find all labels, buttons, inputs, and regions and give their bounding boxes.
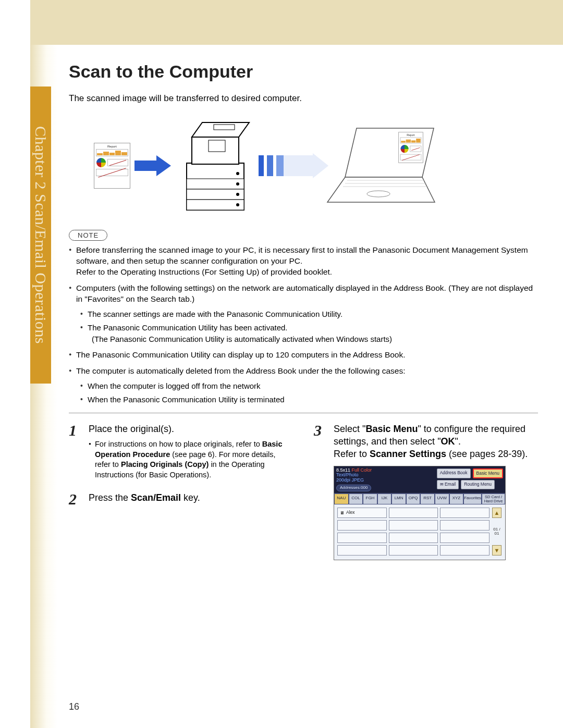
screen-status: 8.5x11 Full Color Text/Photo 200dpi JPEG… — [334, 466, 435, 493]
note-subitem: The scanner settings are made with the P… — [80, 309, 538, 319]
tab[interactable]: COL — [349, 493, 363, 504]
scroll-down-button[interactable]: ▼ — [492, 545, 501, 556]
step-body: Place the original(s). For instructions … — [89, 423, 293, 480]
destination-cell[interactable] — [389, 508, 438, 518]
destination-cell[interactable] — [440, 508, 489, 518]
tab-sd-card[interactable]: SD Card / Hard Drive — [482, 493, 505, 504]
screen-tabs: NAU COL FGH IJK LMN OPQ RST UVW XYZ Favo… — [334, 493, 505, 504]
svg-point-5 — [236, 182, 239, 186]
address-book-button[interactable]: Address Book — [437, 468, 471, 478]
note-text: Before transferring the scanned image to… — [76, 245, 528, 265]
step-3: 3 Select "Basic Menu" to configure the r… — [314, 423, 538, 560]
note-block: NOTE Before transferring the scanned ima… — [69, 230, 538, 405]
note-subitem: The Panasonic Communication Utility has … — [80, 323, 538, 345]
note-item: Before transferring the scanned image to… — [69, 245, 538, 278]
section-title: Scan to the Computer — [69, 61, 538, 82]
note-subtext: (The Panasonic Communication Utility is … — [92, 334, 538, 344]
screen-header-buttons: Address Book Basic Menu Email Routing Me… — [435, 466, 505, 493]
separator — [69, 413, 538, 413]
svg-point-7 — [236, 203, 239, 206]
line-chart-icon — [96, 169, 128, 176]
tab[interactable]: UVW — [435, 493, 449, 504]
chapter-tab-label: Chapter 2 Scan/Email Operations — [32, 126, 50, 344]
note-subitem: When the Panasonic Communication Utility… — [80, 394, 538, 405]
line-chart-icon — [107, 159, 128, 166]
destination-cell[interactable] — [337, 545, 387, 556]
tab[interactable]: Favorites — [463, 493, 482, 504]
arrow-right-icon — [134, 155, 172, 176]
pie-chart-icon — [400, 145, 408, 153]
arrow-transfer-icon — [259, 155, 316, 176]
destination-cell[interactable] — [440, 533, 489, 543]
pie-chart-icon — [96, 158, 106, 167]
page-number: 16 — [69, 701, 79, 712]
scroll-buttons: ▲ 01 / 01 ▼ — [492, 508, 502, 556]
top-band — [30, 0, 563, 45]
destination-cell[interactable] — [440, 520, 489, 530]
laptop-illustration: Report — [320, 124, 440, 207]
screen-header: 8.5x11 Full Color Text/Photo 200dpi JPEG… — [334, 466, 505, 493]
bar-chart-icon — [96, 149, 128, 156]
line-chart-icon — [410, 146, 421, 152]
tab[interactable]: NAU — [334, 493, 349, 504]
note-item: Computers (with the following settings) … — [69, 283, 538, 345]
basic-menu-button[interactable]: Basic Menu — [473, 468, 503, 478]
svg-point-6 — [236, 193, 239, 196]
step-2: 2 Press the Scan/Email key. — [69, 491, 293, 507]
destination-cell[interactable] — [337, 520, 387, 530]
tab[interactable]: OPQ — [406, 493, 421, 504]
step-number: 1 — [69, 423, 81, 480]
page-indicator: 01 / 01 — [492, 527, 502, 536]
steps-row: 1 Place the original(s). For instruction… — [69, 423, 538, 572]
note-pill: NOTE — [69, 230, 107, 241]
tab[interactable]: LMN — [391, 493, 406, 504]
steps-col-left: 1 Place the original(s). For instruction… — [69, 423, 293, 572]
report-label: Report — [400, 134, 422, 137]
intro-text: The scanned image will be transferred to… — [69, 93, 538, 104]
step-1: 1 Place the original(s). For instruction… — [69, 423, 293, 480]
step-body: Select "Basic Menu" to configure the req… — [334, 423, 538, 560]
destination-cell[interactable] — [389, 545, 438, 556]
report-label: Report — [96, 145, 128, 148]
step-number: 3 — [314, 423, 326, 560]
chapter-tab: Chapter 2 Scan/Email Operations — [30, 87, 51, 384]
svg-rect-3 — [187, 200, 244, 210]
tab[interactable]: FGH — [363, 493, 377, 504]
svg-rect-2 — [187, 189, 244, 200]
screen-grid: Alex — [334, 504, 505, 560]
tab[interactable]: IJK — [377, 493, 392, 504]
destination-cell[interactable] — [389, 520, 438, 530]
routing-menu-button[interactable]: Routing Menu — [461, 480, 495, 489]
line-chart-icon — [400, 154, 422, 161]
tab[interactable]: XYZ — [449, 493, 464, 504]
note-item: The Panasonic Communication Utility can … — [69, 350, 538, 361]
destination-cell[interactable]: Alex — [337, 508, 387, 518]
email-button[interactable]: Email — [437, 480, 459, 489]
note-subitem: When the computer is logged off from the… — [80, 381, 538, 391]
bar-chart-icon — [400, 137, 422, 143]
note-item: The computer is automatically deleted fr… — [69, 366, 538, 405]
svg-rect-9 — [209, 140, 225, 152]
addresses-pill[interactable]: Addresses:000 — [336, 485, 371, 491]
scroll-up-button[interactable]: ▲ — [492, 508, 501, 518]
note-text: Refer to the Operating Instructions (For… — [76, 267, 332, 276]
destination-cell[interactable] — [440, 545, 489, 556]
printer-illustration — [176, 116, 254, 215]
destination-cell[interactable] — [389, 533, 438, 543]
svg-point-4 — [236, 172, 239, 175]
steps-col-right: 3 Select "Basic Menu" to configure the r… — [314, 423, 538, 572]
step-number: 2 — [69, 491, 81, 507]
report-icon: Report — [398, 132, 423, 163]
svg-rect-10 — [214, 125, 235, 130]
page-content: Scan to the Computer The scanned image w… — [69, 61, 538, 572]
report-icon: Report — [94, 143, 130, 189]
touchscreen-ui: 8.5x11 Full Color Text/Photo 200dpi JPEG… — [334, 466, 506, 560]
note-text: Computers (with the following settings) … — [76, 283, 533, 303]
step-sub-bullet: For instructions on how to place origina… — [89, 439, 293, 480]
step-body: Press the Scan/Email key. — [89, 491, 200, 507]
tab[interactable]: RST — [420, 493, 435, 504]
svg-rect-1 — [187, 179, 244, 189]
figure-row: Report — [94, 111, 538, 220]
destination-cell[interactable] — [337, 533, 387, 543]
